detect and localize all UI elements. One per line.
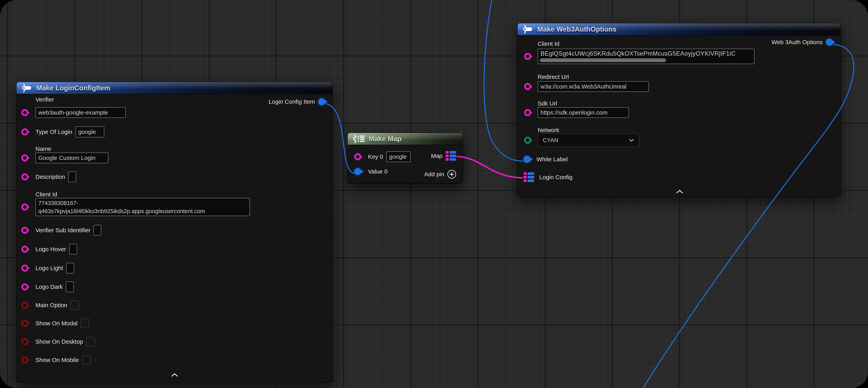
pin-label-type-of-login: Type Of Login — [35, 128, 72, 135]
client-id-scrollbar[interactable] — [540, 58, 666, 62]
make-struct-icon — [522, 25, 534, 34]
pin-value0[interactable] — [354, 168, 361, 175]
pin-login-config[interactable] — [524, 172, 534, 182]
pin-label-login-config: Login Config — [539, 174, 572, 181]
pin-row-main-option: Main Option — [21, 300, 79, 310]
pin-label-key0: Key 0 — [368, 153, 383, 160]
redirect-url-input[interactable]: w3a://com.w3a.Web3AuthUnreal — [538, 81, 649, 92]
pin-label-value0: Value 0 — [368, 168, 388, 175]
description-input[interactable] — [68, 172, 76, 182]
output-row-login-config-item: Login Config Item — [269, 98, 325, 105]
pin-row-name: Google Custom Login — [21, 153, 108, 163]
pin-key0[interactable] — [354, 153, 361, 160]
network-dropdown[interactable]: CYAN — [538, 133, 640, 147]
pin-row-show-on-modal: Show On Modal — [21, 319, 89, 328]
pin-label-show-on-mobile: Show On Mobile — [35, 357, 79, 363]
pin-row-white-label: White Label — [524, 156, 568, 163]
output-pin-label: Web 3Auth Options — [771, 39, 823, 46]
client-id-input[interactable]: BEglQSgt4cUWcj6SKRdu5QkOXTsePmMcusG5EAoy… — [538, 49, 754, 64]
output-row-web3auth-options: Web 3Auth Options — [771, 39, 833, 46]
pin-verifier[interactable] — [21, 109, 28, 116]
node-make-map[interactable]: Make Map Key 0 google Map Value 0 Add pi… — [348, 133, 463, 183]
pin-row-client-id: 774338308167- q463s7kpvja16l4l0kko3nb925… — [21, 198, 250, 216]
pin-name[interactable] — [21, 154, 28, 161]
pin-label-logo-dark: Logo Dark — [35, 283, 63, 290]
node-title: Make Web3AuthOptions — [537, 25, 617, 33]
make-map-icon — [352, 134, 365, 143]
pin-show-on-mobile[interactable] — [21, 356, 28, 363]
pin-web3auth-options-output[interactable] — [826, 39, 833, 46]
pin-redirect-url[interactable] — [524, 83, 531, 90]
node-make-loginconfigitem[interactable]: Make LoginConfigItem Login Config Item V… — [17, 82, 332, 383]
pin-row-client-id: BEglQSgt4cUWcj6SKRdu5QkOXTsePmMcusG5EAoy… — [524, 49, 754, 64]
node-title-bar[interactable]: Make Map — [348, 133, 463, 145]
show-on-desktop-checkbox[interactable] — [86, 337, 95, 347]
client-id-line2: q463s7kpvja16l4l0kko3nb925ikds2p.apps.go… — [38, 207, 247, 215]
pin-description[interactable] — [21, 173, 28, 180]
pin-logo-hover[interactable] — [21, 246, 28, 253]
collapse-node-button[interactable] — [675, 189, 684, 195]
pin-row-verifier-sub-identifier: Verifier Sub Identifier — [21, 225, 101, 236]
client-id-line1: 774338308167- — [38, 199, 247, 207]
pin-client-id[interactable] — [524, 53, 531, 60]
name-input[interactable]: Google Custom Login — [35, 153, 108, 163]
pin-white-label[interactable] — [524, 156, 531, 163]
logo-hover-input[interactable] — [69, 244, 77, 255]
pin-row-value0: Value 0 — [354, 168, 388, 175]
main-option-checkbox[interactable] — [70, 300, 79, 310]
pin-show-on-modal[interactable] — [21, 320, 28, 327]
pin-label-description: Description — [35, 174, 65, 180]
logo-dark-input[interactable] — [66, 281, 74, 292]
chevron-down-icon — [628, 139, 634, 142]
pin-label-redirect-url: Redirect Url — [538, 73, 569, 80]
blueprint-graph-canvas[interactable]: Make LoginConfigItem Login Config Item V… — [0, 0, 868, 388]
pin-label-client-id: Client Id — [35, 191, 57, 198]
output-pin-label: Login Config Item — [269, 98, 315, 105]
node-title-bar[interactable]: Make LoginConfigItem — [17, 82, 332, 94]
add-pin-row: Add pin — [424, 170, 456, 179]
pin-row-login-config: Login Config — [524, 172, 572, 182]
pin-network[interactable] — [524, 137, 531, 144]
node-title-bar[interactable]: Make Web3AuthOptions — [518, 23, 840, 35]
logo-light-input[interactable] — [66, 263, 74, 273]
pin-label-client-id: Client Id — [538, 40, 559, 47]
pin-row-key0: Key 0 google — [354, 151, 410, 162]
pin-row-logo-dark: Logo Dark — [21, 281, 74, 292]
pin-row-show-on-desktop: Show On Desktop — [21, 337, 95, 347]
pin-label-show-on-desktop: Show On Desktop — [35, 338, 83, 345]
client-id-input[interactable]: 774338308167- q463s7kpvja16l4l0kko3nb925… — [35, 198, 250, 216]
pin-logo-dark[interactable] — [21, 283, 28, 290]
chevron-up-icon — [676, 189, 684, 194]
pin-label-verifier-sub-identifier: Verifier Sub Identifier — [35, 227, 90, 234]
pin-row-logo-light: Logo Light — [21, 263, 74, 273]
pin-map-output[interactable] — [446, 151, 456, 161]
pin-show-on-desktop[interactable] — [21, 338, 28, 345]
node-make-web3authoptions[interactable]: Make Web3AuthOptions Web 3Auth Options C… — [518, 23, 840, 197]
show-on-mobile-checkbox[interactable] — [82, 355, 91, 365]
pin-logo-light[interactable] — [21, 265, 28, 272]
key0-input[interactable]: google — [386, 151, 410, 162]
pin-verifier-sub-identifier[interactable] — [21, 227, 28, 234]
client-id-value: BEglQSgt4cUWcj6SKRdu5QkOXTsePmMcusG5EAoy… — [540, 49, 736, 58]
pin-label-sdk-url: Sdk Url — [538, 100, 557, 107]
node-title: Make Map — [369, 135, 401, 143]
network-selected-value: CYAN — [543, 137, 558, 144]
pin-label-network: Network — [538, 127, 559, 133]
pin-type-of-login[interactable] — [21, 128, 28, 136]
add-pin-button[interactable] — [447, 170, 456, 179]
show-on-modal-checkbox[interactable] — [81, 319, 89, 328]
pin-client-id[interactable] — [21, 204, 28, 211]
pin-main-option[interactable] — [21, 302, 28, 309]
wire-offscreen-to-white-label[interactable] — [484, 0, 523, 161]
verifier-sub-identifier-input[interactable] — [93, 225, 101, 236]
verifier-input[interactable]: web3auth-google-example — [35, 107, 126, 118]
pin-label-logo-hover: Logo Hover — [35, 246, 66, 252]
type-of-login-input[interactable]: google — [75, 126, 104, 138]
pin-login-config-item-output[interactable] — [318, 98, 325, 105]
pin-label-verifier: Verifier — [35, 96, 54, 103]
collapse-node-button[interactable] — [170, 372, 179, 378]
output-pin-label: Map — [431, 153, 442, 159]
pin-row-redirect-url: w3a://com.w3a.Web3AuthUnreal — [524, 81, 649, 92]
sdk-url-input[interactable]: https://sdk.openlogin.com — [538, 107, 629, 118]
pin-sdk-url[interactable] — [524, 109, 531, 116]
